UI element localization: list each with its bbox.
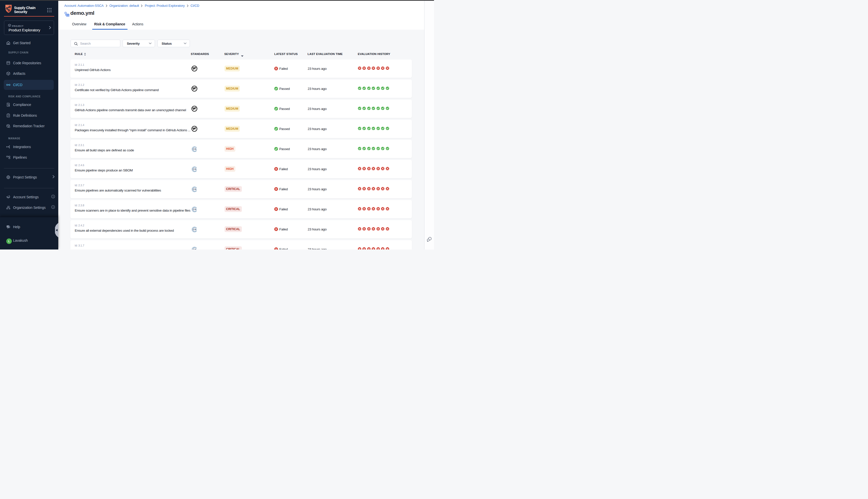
svg-text:CIS: CIS [193, 168, 197, 170]
svg-text:CIS: CIS [193, 148, 197, 150]
svg-text:CIS: CIS [193, 188, 197, 191]
svg-text:CIS: CIS [193, 248, 197, 250]
svg-text:?: ? [8, 225, 9, 228]
svg-text:CIS: CIS [193, 228, 197, 231]
svg-text:CIS: CIS [193, 208, 197, 210]
